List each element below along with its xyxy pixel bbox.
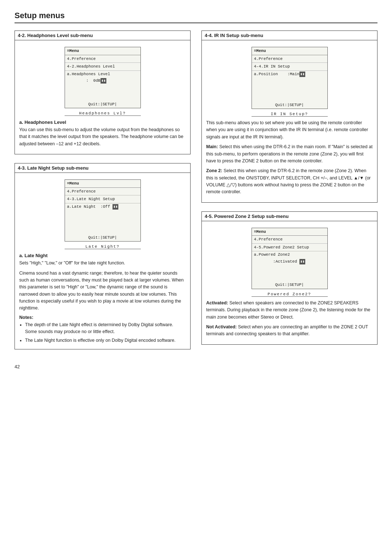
page-number: 42	[15, 364, 377, 369]
ir-in-zone2-label: Zone 2:	[206, 168, 222, 173]
late-night-subsection-a-title: a. Late Night	[19, 253, 186, 258]
lcd-value: : 0dB▮▮	[65, 77, 140, 84]
note-item-2: The Late Night function is effective onl…	[25, 337, 186, 344]
late-night-section: 4-3. Late Night Setup sub-menu =Menu 4.P…	[15, 163, 191, 349]
lcd-cursor-4: ▮▮	[299, 259, 305, 264]
lcd-submenu-row: 4-2.Headphones Level	[65, 63, 140, 71]
headphones-level-section: 4-2. Headphones Level sub-menu =Menu 4.P…	[15, 31, 191, 154]
lcd-spacer-8	[252, 92, 327, 100]
ir-in-zone2-text: Zone 2: Select this when using the DTR-6…	[206, 167, 373, 196]
lcd-value-label: a.Headphones Level	[65, 71, 140, 78]
headphones-subsection-a-title: a. Headphones Level	[19, 119, 186, 125]
lcd-quit-row: Quit:|SETUP|	[65, 101, 140, 108]
lcd-spacer-3	[65, 210, 140, 218]
lcd-pref-row-4: 4.Preference	[252, 236, 327, 244]
powered-zone2-activated-text: Activated: Select when speakers are conn…	[206, 300, 373, 321]
powered-zone2-lcd: =Menu 4.Preference 4-5.Powered Zone2 Set…	[252, 228, 328, 289]
powered-zone2-activated-label: Activated:	[206, 300, 228, 305]
lcd-quit-row-4: Quit:|SETUP|	[252, 281, 327, 289]
lcd-spacer-6	[252, 77, 327, 85]
ir-in-main-desc: Select this when using the DTR-6.2 in th…	[206, 144, 372, 163]
powered-zone2-title: 4-5. Powered Zone 2 Setup sub-menu	[202, 212, 377, 221]
powered-zone2-content: =Menu 4.Preference 4-5.Powered Zone2 Set…	[202, 221, 377, 344]
ir-in-content: =Menu 4.Preference 4-4.IR IN Setup a.Pos…	[202, 40, 377, 202]
lcd-menu-header: =Menu	[65, 47, 140, 55]
lcd-quit-row-3: Quit:|SETUP|	[252, 101, 327, 109]
lcd-spacer-10	[252, 272, 327, 280]
headphones-subsection-a-text: You can use this sub-menu to adjust the …	[19, 126, 186, 147]
headphones-level-title: 4-2. Headphones Level sub-menu	[15, 31, 190, 40]
late-night-content: =Menu 4.Preference 4-3.Late Night Setup …	[15, 173, 190, 349]
lcd-submenu-row-3: 4-4.IR IN Setup	[252, 63, 327, 71]
headphones-lcd: =Menu 4.Preference 4-2.Headphones Level …	[65, 47, 141, 108]
late-night-title: 4-3. Late Night Setup sub-menu	[15, 163, 190, 173]
headphones-level-content: =Menu 4.Preference 4-2.Headphones Level …	[15, 40, 190, 154]
lcd-quit-row-2: Quit:|SETUP|	[65, 234, 140, 242]
lcd-pref-row-3: 4.Preference	[252, 55, 327, 63]
lcd-spacer-4	[65, 218, 140, 225]
ir-in-zone2-desc: Select this when using the DTR-6.2 in th…	[206, 168, 371, 194]
notes-list: The depth of the Late Night effect is de…	[25, 321, 186, 344]
lcd-cursor: ▮▮	[101, 78, 106, 84]
lcd-value-label-2: a.Late Night :Off ▮▮	[65, 203, 140, 210]
lcd-cursor-2: ▮▮	[113, 204, 118, 210]
powered-zone2-not-activated-text: Not Activated: Select when you are conne…	[206, 324, 373, 338]
ir-in-body-text: This sub-menu allows you to set where yo…	[206, 119, 373, 141]
lcd-display-label: Headphones Lvl?	[65, 111, 141, 116]
lcd-value2-4: :Activated ▮▮	[252, 258, 327, 265]
lcd-pref-row: 4.Preference	[65, 55, 140, 63]
lcd-submenu-row-4: 4-5.Powered Zone2 Setup	[252, 244, 327, 252]
notes-label: Notes:	[19, 315, 186, 320]
powered-zone2-activated-desc: Select when speakers are connected to th…	[206, 300, 370, 320]
ir-in-main-text: Main: Select this when using the DTR-6.2…	[206, 143, 373, 165]
ir-in-main-label: Main:	[206, 144, 218, 149]
ir-in-lcd: =Menu 4.Preference 4-4.IR IN Setup a.Pos…	[252, 47, 328, 109]
lcd-spacer-9	[252, 265, 327, 272]
lcd-spacer-7	[252, 85, 327, 93]
lcd-cursor-3: ▮▮	[299, 72, 305, 77]
late-night-text1: Sets "High," "Low," or "Off" for the lat…	[19, 260, 186, 267]
lcd-display-label-3: IR IN Setup?	[252, 112, 328, 117]
page-title: Setup menus	[15, 11, 377, 23]
ir-in-section: 4-4. IR IN Setup sub-menu =Menu 4.Prefer…	[201, 31, 377, 203]
powered-zone2-section: 4-5. Powered Zone 2 Setup sub-menu =Menu…	[201, 211, 377, 345]
lcd-menu-header-3: =Menu	[252, 47, 327, 55]
lcd-submenu-row-2: 4-3.Late Night Setup	[65, 195, 140, 203]
lcd-value-label-4: a.Powered Zone2	[252, 251, 327, 258]
lcd-pref-row-2: 4.Preference	[65, 188, 140, 196]
late-night-lcd: =Menu 4.Preference 4-3.Late Night Setup …	[65, 179, 141, 242]
lcd-value-label-3: a.Position :Main▮▮	[252, 71, 327, 78]
lcd-spacer	[65, 84, 140, 92]
ir-in-title: 4-4. IR IN Setup sub-menu	[202, 31, 377, 40]
lcd-display-label-4: Powered Zone2?	[252, 292, 328, 297]
powered-zone2-not-activated-label: Not Activated:	[206, 324, 237, 329]
lcd-menu-header-4: =Menu	[252, 228, 327, 236]
lcd-spacer-5	[65, 225, 140, 232]
lcd-menu-header-2: =Menu	[65, 180, 140, 188]
lcd-spacer2	[65, 92, 140, 99]
note-item-1: The depth of the Late Night effect is de…	[25, 321, 186, 336]
lcd-display-label-2: Late Night?	[65, 244, 141, 249]
late-night-text2: Cinema sound has a vast dynamic range; t…	[19, 270, 186, 312]
